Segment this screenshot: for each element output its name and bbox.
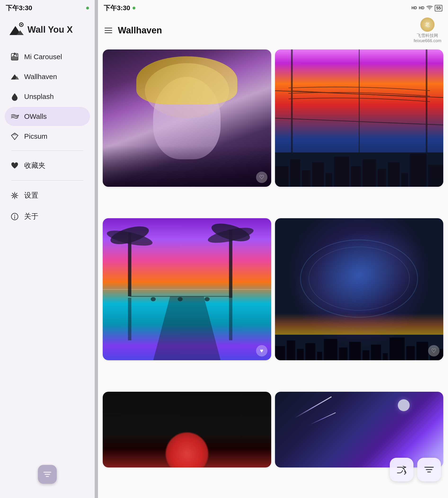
page-title: Wallhaven — [118, 25, 414, 35]
sidebar-label-about: 关于 — [24, 212, 38, 221]
app-title: Wall You X — [28, 25, 73, 35]
info-icon — [10, 212, 19, 221]
shuffle-button[interactable] — [390, 458, 414, 482]
heart-icon-3: ♥ — [260, 347, 263, 354]
sidebar-item-owalls[interactable]: OWalls — [5, 107, 90, 126]
svg-rect-53 — [401, 173, 408, 187]
svg-point-32 — [14, 215, 15, 216]
status-left-right: 下午3:30 — [104, 3, 135, 13]
svg-rect-54 — [410, 154, 427, 187]
watermark: 老 飞雪科技网 feixue666.com — [414, 17, 441, 43]
wall-card-3[interactable]: ♥ — [103, 218, 271, 360]
time-right: 下午3:30 — [104, 3, 130, 13]
status-icons-left — [86, 7, 89, 9]
like-button-1[interactable]: ♡ — [256, 172, 267, 183]
wall-card-4[interactable]: ♡ — [275, 218, 444, 360]
svg-point-22 — [14, 195, 15, 196]
sidebar-label-owalls: OWalls — [24, 112, 47, 120]
svg-rect-50 — [362, 159, 376, 187]
sidebar-label-picsum: Picsum — [24, 132, 47, 140]
sidebar-item-favorites[interactable]: 收藏夹 — [5, 156, 90, 176]
svg-rect-67 — [229, 298, 232, 340]
svg-rect-55 — [428, 165, 443, 187]
panel-separator — [95, 0, 98, 498]
svg-marker-13 — [11, 55, 18, 60]
hamburger-line-1 — [105, 28, 112, 28]
svg-rect-74 — [339, 347, 347, 360]
svg-point-63 — [151, 297, 156, 301]
svg-rect-81 — [416, 342, 428, 360]
droplet-icon — [10, 92, 19, 101]
svg-point-14 — [16, 54, 17, 56]
bookmark-image-icon — [10, 52, 19, 61]
left-fab-area — [0, 460, 95, 498]
svg-rect-47 — [325, 173, 332, 187]
svg-rect-70 — [297, 349, 304, 360]
nav-list: Mi Carousel Wallhaven Unsplash — [0, 43, 95, 460]
svg-point-64 — [178, 297, 183, 301]
svg-point-65 — [205, 297, 209, 301]
svg-rect-77 — [371, 345, 381, 360]
filter-icon — [423, 464, 435, 475]
sidebar-item-settings[interactable]: 设置 — [5, 185, 90, 206]
svg-rect-44 — [290, 159, 300, 187]
svg-rect-66 — [128, 298, 131, 340]
svg-rect-43 — [275, 166, 288, 187]
svg-marker-20 — [11, 133, 18, 135]
wifi-icon — [426, 6, 433, 10]
wall-card-1[interactable]: ♡ — [103, 49, 271, 187]
app-header: Wall You X — [0, 14, 95, 43]
right-header: Wallhaven 老 飞雪科技网 feixue666.com — [98, 14, 448, 47]
status-bar-right: 下午3:30 HD HD 55 — [98, 0, 448, 14]
watermark-text: 飞雪科技网 — [417, 33, 438, 38]
svg-rect-72 — [317, 352, 322, 360]
svg-point-3 — [21, 24, 22, 25]
wall-card-6[interactable] — [275, 392, 444, 467]
svg-rect-49 — [351, 166, 361, 187]
heart-icon-4: ♡ — [431, 347, 436, 354]
hamburger-line-3 — [105, 32, 112, 33]
sidebar-label-favorites: 收藏夹 — [24, 161, 46, 170]
signal-dot-right — [132, 7, 135, 9]
heart-filled-icon — [10, 161, 19, 170]
signal-dot — [86, 7, 89, 9]
buildings-svg — [275, 145, 444, 187]
right-panel: 下午3:30 HD HD 55 Wallhaven 老 飞雪科技网 f — [98, 0, 448, 498]
wind-icon — [10, 112, 19, 121]
svg-rect-69 — [287, 340, 295, 360]
gear-icon — [10, 191, 19, 200]
status-bar-left: 下午3:30 — [0, 0, 95, 14]
wall-card-2[interactable] — [275, 49, 444, 187]
fab-area-right — [390, 458, 441, 482]
divider-2 — [11, 180, 83, 181]
like-button-3[interactable]: ♥ — [256, 345, 267, 356]
sidebar-item-wallhaven[interactable]: Wallhaven — [5, 67, 90, 86]
menu-button[interactable] — [103, 25, 114, 36]
svg-rect-46 — [312, 162, 324, 187]
filter-button[interactable] — [417, 458, 441, 482]
svg-rect-45 — [302, 170, 310, 187]
sidebar-item-picsum[interactable]: Picsum — [5, 127, 90, 146]
sidebar-label-wallhaven: Wallhaven — [24, 73, 57, 81]
svg-rect-52 — [388, 162, 400, 187]
like-button-4[interactable]: ♡ — [428, 345, 439, 356]
mountain-icon — [10, 72, 19, 81]
sidebar-item-about[interactable]: 关于 — [5, 206, 90, 226]
svg-rect-79 — [389, 337, 404, 360]
svg-rect-80 — [406, 346, 415, 360]
diamond-icon — [10, 132, 19, 141]
wall-card-5[interactable] — [103, 392, 271, 467]
svg-rect-78 — [383, 353, 388, 360]
filter-fab-left[interactable] — [38, 465, 57, 484]
svg-line-30 — [16, 193, 17, 194]
svg-rect-68 — [275, 346, 285, 360]
sidebar-label-settings: 设置 — [24, 191, 38, 200]
svg-rect-48 — [334, 157, 349, 187]
svg-rect-76 — [362, 350, 369, 360]
sidebar-item-unsplash[interactable]: Unsplash — [5, 87, 90, 106]
sidebar-label-unsplash: Unsplash — [24, 93, 54, 101]
watermark-subtext: feixue666.com — [414, 38, 441, 43]
svg-rect-51 — [378, 169, 386, 187]
sidebar-item-mi-carousel[interactable]: Mi Carousel — [5, 47, 90, 66]
left-panel: 下午3:30 Wal — [0, 0, 95, 498]
